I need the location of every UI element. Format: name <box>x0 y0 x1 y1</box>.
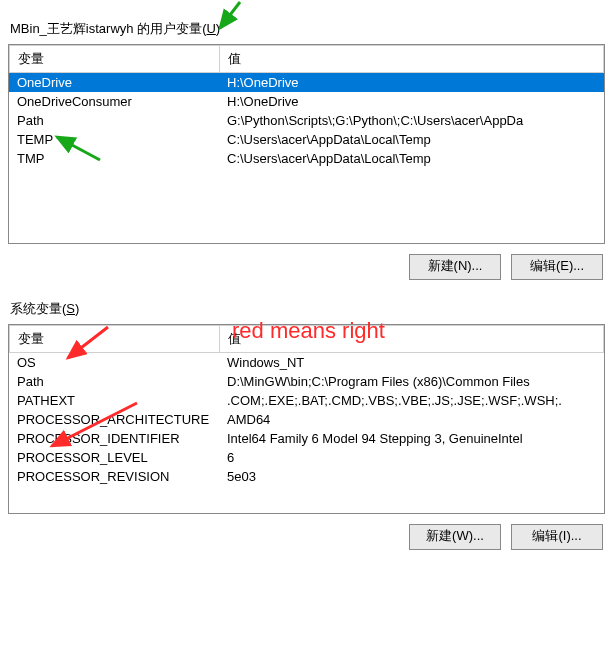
table-row[interactable]: PathG:\Python\Scripts\;G:\Python\;C:\Use… <box>9 111 604 130</box>
user-buttons-row: 新建(N)... 编辑(E)... <box>8 244 605 290</box>
cell-var-value: C:\Users\acer\AppData\Local\Temp <box>219 130 604 149</box>
cell-var-value: C:\Users\acer\AppData\Local\Temp <box>219 149 604 168</box>
user-variables-title-text: MBin_王艺辉istarwyh 的用户变量( <box>10 21 206 36</box>
cell-var-name: OneDriveConsumer <box>9 92 219 111</box>
system-variables-title-close: ) <box>75 301 79 316</box>
cell-var-value: G:\Python\Scripts\;G:\Python\;C:\Users\a… <box>219 111 604 130</box>
cell-var-value: H:\OneDrive <box>219 73 604 92</box>
user-variables-accelerator: U <box>206 21 215 36</box>
table-row[interactable]: PathD:\MinGW\bin;C:\Program Files (x86)\… <box>9 372 604 391</box>
cell-var-name: Path <box>9 111 219 130</box>
cell-var-name: TEMP <box>9 130 219 149</box>
sys-col-name[interactable]: 变量 <box>10 326 220 353</box>
cell-var-name: PROCESSOR_IDENTIFIER <box>9 429 219 448</box>
table-row[interactable]: PROCESSOR_REVISION5e03 <box>9 467 604 486</box>
system-variables-title-text: 系统变量( <box>10 301 66 316</box>
cell-var-value: 5e03 <box>219 467 604 486</box>
sys-col-value[interactable]: 值 <box>220 326 604 353</box>
table-row[interactable]: PROCESSOR_LEVEL6 <box>9 448 604 467</box>
system-variables-accelerator: S <box>66 301 75 316</box>
system-variables-table[interactable]: 变量 值 <box>9 325 604 353</box>
cell-var-name: PROCESSOR_REVISION <box>9 467 219 486</box>
cell-var-value: D:\MinGW\bin;C:\Program Files (x86)\Comm… <box>219 372 604 391</box>
cell-var-value: AMD64 <box>219 410 604 429</box>
table-row[interactable]: OneDriveConsumerH:\OneDrive <box>9 92 604 111</box>
table-row[interactable]: OSWindows_NT <box>9 353 604 372</box>
cell-var-name: PROCESSOR_ARCHITECTURE <box>9 410 219 429</box>
system-new-button[interactable]: 新建(W)... <box>409 524 501 550</box>
cell-var-value: H:\OneDrive <box>219 92 604 111</box>
cell-var-name: PROCESSOR_LEVEL <box>9 448 219 467</box>
table-row[interactable]: OneDriveH:\OneDrive <box>9 73 604 92</box>
user-variables-body-wrap: OneDriveH:\OneDriveOneDriveConsumerH:\On… <box>9 73 604 243</box>
table-row[interactable]: PATHEXT.COM;.EXE;.BAT;.CMD;.VBS;.VBE;.JS… <box>9 391 604 410</box>
cell-var-value: .COM;.EXE;.BAT;.CMD;.VBS;.VBE;.JS;.JSE;.… <box>219 391 604 410</box>
system-variables-body-wrap: OSWindows_NTPathD:\MinGW\bin;C:\Program … <box>9 353 604 513</box>
user-variables-table-frame: 变量 值 OneDriveH:\OneDriveOneDriveConsumer… <box>8 44 605 244</box>
table-row[interactable]: PROCESSOR_IDENTIFIERIntel64 Family 6 Mod… <box>9 429 604 448</box>
system-buttons-row: 新建(W)... 编辑(I)... <box>8 514 605 560</box>
cell-var-value: 6 <box>219 448 604 467</box>
system-edit-button[interactable]: 编辑(I)... <box>511 524 603 550</box>
user-col-name[interactable]: 变量 <box>10 46 220 73</box>
user-edit-button[interactable]: 编辑(E)... <box>511 254 603 280</box>
user-col-value[interactable]: 值 <box>220 46 604 73</box>
cell-var-name: OS <box>9 353 219 372</box>
user-variables-section: MBin_王艺辉istarwyh 的用户变量(U) 变量 值 OneDriveH… <box>0 0 613 290</box>
user-new-button[interactable]: 新建(N)... <box>409 254 501 280</box>
cell-var-value: Intel64 Family 6 Model 94 Stepping 3, Ge… <box>219 429 604 448</box>
user-variables-table[interactable]: 变量 值 <box>9 45 604 73</box>
user-variables-title: MBin_王艺辉istarwyh 的用户变量(U) <box>10 20 605 38</box>
user-variables-title-close: ) <box>216 21 220 36</box>
cell-var-name: OneDrive <box>9 73 219 92</box>
cell-var-value: Windows_NT <box>219 353 604 372</box>
system-variables-section: 系统变量(S) 变量 值 OSWindows_NTPathD:\MinGW\bi… <box>0 300 613 560</box>
cell-var-name: PATHEXT <box>9 391 219 410</box>
table-row[interactable]: TEMPC:\Users\acer\AppData\Local\Temp <box>9 130 604 149</box>
cell-var-name: Path <box>9 372 219 391</box>
system-variables-title: 系统变量(S) <box>10 300 605 318</box>
table-row[interactable]: PROCESSOR_ARCHITECTUREAMD64 <box>9 410 604 429</box>
cell-var-name: TMP <box>9 149 219 168</box>
system-variables-table-frame: 变量 值 OSWindows_NTPathD:\MinGW\bin;C:\Pro… <box>8 324 605 514</box>
table-row[interactable]: TMPC:\Users\acer\AppData\Local\Temp <box>9 149 604 168</box>
